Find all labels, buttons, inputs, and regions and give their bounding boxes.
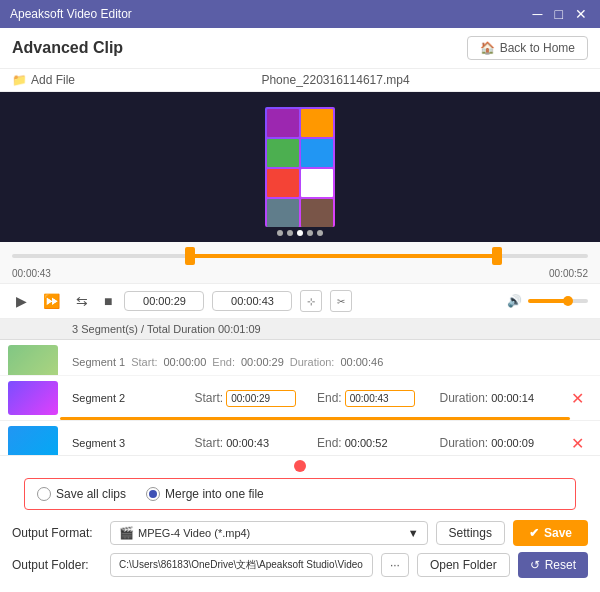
merge-radio-filled [149, 490, 157, 498]
time-labels: 00:00:43 00:00:52 [12, 266, 588, 281]
close-button[interactable]: ✕ [572, 6, 590, 22]
app-title: Apeaksoft Video Editor [10, 7, 132, 21]
seg3-duration-val: 00:00:09 [491, 437, 534, 449]
dot-1 [277, 230, 283, 236]
save-all-radio[interactable] [37, 487, 51, 501]
thumb-cell-8 [301, 199, 333, 227]
seg3-end-val: 00:00:52 [345, 437, 388, 449]
table-row: Segment 1 Start: 00:00:00 End: 00:00:29 … [0, 340, 600, 376]
chevron-down-icon: ▼ [408, 527, 419, 539]
segment-2-name: Segment 2 [72, 392, 191, 404]
dot-4 [307, 230, 313, 236]
save-all-label: Save all clips [56, 487, 126, 501]
video-thumbnail [265, 107, 335, 227]
play-button[interactable]: ▶ [12, 291, 31, 311]
red-indicator [294, 460, 306, 472]
output-section: Output Format: 🎬 MPEG-4 Video (*.mp4) ▼ … [0, 520, 600, 592]
loop-button[interactable]: ⇆ [72, 291, 92, 311]
format-icon: 🎬 [119, 526, 134, 540]
page-header: Advanced Clip 🏠 Back to Home [0, 28, 600, 69]
save-all-option[interactable]: Save all clips [37, 487, 126, 501]
page-title: Advanced Clip [12, 39, 123, 57]
save-check-icon: ✔ [529, 526, 539, 540]
folder-dots-button[interactable]: ··· [381, 553, 409, 577]
seg3-start-field: Start: 00:00:43 [195, 436, 314, 450]
thumb-cell-2 [301, 109, 333, 137]
controls-row: ▶ ⏩ ⇆ ■ ⊹ ✂ 🔊 [0, 284, 600, 319]
seg3-end-field: End: 00:00:52 [317, 436, 436, 450]
timeline-section: 00:00:43 00:00:52 [0, 242, 600, 284]
save-button[interactable]: ✔ Save [513, 520, 588, 546]
segment-thumb-3 [8, 426, 58, 456]
dot-2 [287, 230, 293, 236]
add-file-icon: 📁 [12, 73, 27, 87]
timeline-handle-left[interactable] [185, 247, 195, 265]
seg-summary: 3 Segment(s) / Total Duration 00:01:09 [72, 323, 592, 335]
thumb-cell-7 [267, 199, 299, 227]
toolbar: 📁 Add File Phone_220316114617.mp4 [0, 69, 600, 92]
back-home-button[interactable]: 🏠 Back to Home [467, 36, 588, 60]
segments-area: 3 Segment(s) / Total Duration 00:01:09 S… [0, 319, 600, 456]
seg3-delete-button[interactable]: ✕ [562, 434, 592, 453]
thumb-cell-6 [301, 169, 333, 197]
seg2-start-field: Start: [195, 390, 314, 407]
seg3-start-val: 00:00:43 [226, 437, 269, 449]
fast-forward-button[interactable]: ⏩ [39, 291, 64, 311]
volume-slider[interactable] [528, 299, 588, 303]
start-time-input[interactable] [124, 291, 204, 311]
time-start-label: 00:00:43 [12, 268, 51, 279]
add-file-button[interactable]: 📁 Add File [12, 73, 75, 87]
seg2-duration-field: Duration: 00:00:14 [440, 391, 559, 405]
seg1-end-label: End: [212, 356, 235, 368]
seg2-start-input[interactable] [226, 390, 296, 407]
thumb-cell-3 [267, 139, 299, 167]
main-content: Advanced Clip 🏠 Back to Home 📁 Add File … [0, 28, 600, 592]
reset-button[interactable]: ↺ Reset [518, 552, 588, 578]
output-folder-row: Output Folder: C:\Users\86183\OneDrive\文… [12, 552, 588, 578]
seg3-duration-field: Duration: 00:00:09 [440, 436, 559, 450]
timeline-bar[interactable] [12, 246, 588, 266]
segment-thumb-2 [8, 381, 58, 415]
format-label: Output Format: [12, 526, 102, 540]
volume-icon: 🔊 [507, 294, 522, 308]
timeline-track[interactable] [12, 254, 588, 258]
open-folder-button[interactable]: Open Folder [417, 553, 510, 577]
segment-icon-1[interactable]: ⊹ [300, 290, 322, 312]
timeline-filled [185, 254, 502, 258]
merge-label: Merge into one file [165, 487, 264, 501]
window-controls: ─ □ ✕ [530, 6, 590, 22]
merge-option[interactable]: Merge into one file [146, 487, 264, 501]
thumbnail-dots [277, 230, 323, 236]
thumb-cell-4 [301, 139, 333, 167]
dot-3 [297, 230, 303, 236]
format-select[interactable]: 🎬 MPEG-4 Video (*.mp4) ▼ [110, 521, 428, 545]
seg2-orange-bar [60, 417, 570, 420]
table-row: Segment 3 Start: 00:00:43 End: 00:00:52 … [0, 421, 600, 456]
seg2-duration-label: Duration: [440, 391, 489, 405]
seg1-end-val: 00:00:29 [241, 356, 284, 368]
video-preview [0, 92, 600, 242]
seg3-start-label: Start: [195, 436, 224, 450]
reset-icon: ↺ [530, 558, 540, 572]
minimize-button[interactable]: ─ [530, 6, 546, 22]
seg1-duration-label: Duration: [290, 356, 335, 368]
end-time-input[interactable] [212, 291, 292, 311]
seg1-start-val: 00:00:00 [164, 356, 207, 368]
dot-5 [317, 230, 323, 236]
seg2-end-input[interactable] [345, 390, 415, 407]
seg3-end-label: End: [317, 436, 342, 450]
seg3-duration-label: Duration: [440, 436, 489, 450]
settings-button[interactable]: Settings [436, 521, 505, 545]
segment-1-name: Segment 1 [72, 356, 125, 368]
segment-icon-2[interactable]: ✂ [330, 290, 352, 312]
seg2-delete-button[interactable]: ✕ [571, 389, 584, 408]
maximize-button[interactable]: □ [552, 6, 566, 22]
merge-radio[interactable] [146, 487, 160, 501]
stop-button[interactable]: ■ [100, 291, 116, 311]
output-format-row: Output Format: 🎬 MPEG-4 Video (*.mp4) ▼ … [12, 520, 588, 546]
save-options-container: Save all clips Merge into one file [0, 456, 600, 520]
action-buttons: ✔ Save [513, 520, 588, 546]
segment-3-name: Segment 3 [72, 437, 191, 449]
timeline-handle-right[interactable] [492, 247, 502, 265]
folder-path: C:\Users\86183\OneDrive\文档\Apeaksoft Stu… [110, 553, 373, 577]
